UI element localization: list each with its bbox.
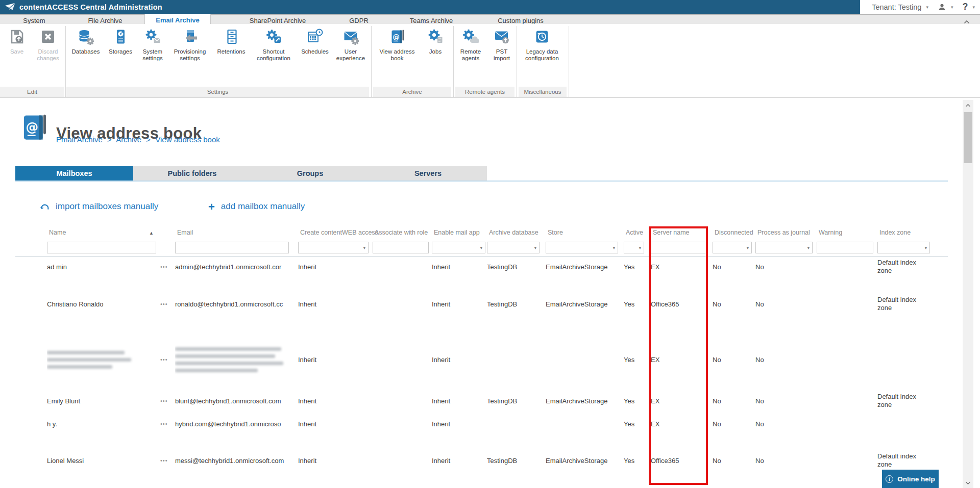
filter-select-process-as-journal[interactable]: ▾ xyxy=(755,242,813,253)
vertical-scrollbar[interactable] xyxy=(963,100,973,488)
breadcrumb-archive[interactable]: Archive xyxy=(116,135,141,144)
shortcut-configuration-icon xyxy=(265,29,282,47)
cell-enable-mail-app: Inherit xyxy=(432,451,485,470)
column-header-enable-mail-app[interactable]: Enable mail app xyxy=(434,229,480,236)
column-header-archive-database[interactable]: Archive database xyxy=(489,229,538,236)
scroll-down-arrow-icon[interactable] xyxy=(963,478,973,488)
chevron-down-icon: ▾ xyxy=(951,5,953,10)
legacy-data-configuration-icon xyxy=(534,29,550,47)
tenant-selector[interactable]: Tenant: Testing ▾ xyxy=(872,3,928,11)
filter-select-active[interactable]: ▾ xyxy=(624,242,644,253)
filter-select-index-zone[interactable]: ▾ xyxy=(877,242,930,253)
column-header-process-as-journal[interactable]: Process as journal xyxy=(757,229,810,236)
tab-mailboxes[interactable]: Mailboxes xyxy=(15,166,133,181)
retentions-icon xyxy=(223,29,239,47)
ribbon-button-storages[interactable]: Storages xyxy=(106,29,135,55)
filter-input-name[interactable] xyxy=(47,242,156,253)
cell-server-name: EX xyxy=(651,258,707,276)
cell-disconnected: No xyxy=(713,451,752,470)
ribbon-group-label-settings: Settings xyxy=(66,87,369,97)
user-menu-button[interactable]: ▾ xyxy=(938,3,953,11)
row-more-button[interactable]: ••• xyxy=(160,451,173,470)
filter-select-disconnected[interactable]: ▾ xyxy=(713,242,752,253)
filter-select-archive-database[interactable]: ▾ xyxy=(487,242,540,253)
save-icon xyxy=(9,29,25,47)
row-more-button[interactable]: ••• xyxy=(160,392,173,410)
filter-row-divider xyxy=(15,256,948,257)
breadcrumb-view-address-book[interactable]: View address book xyxy=(155,135,219,144)
title-bar: contentACCESS Central Administration Ten… xyxy=(0,0,980,14)
cell-name: Lionel Messi xyxy=(47,451,156,470)
ribbon-button-pst-import[interactable]: PST import xyxy=(488,29,516,62)
row-more-button[interactable]: ••• xyxy=(160,334,173,385)
tab-groups[interactable]: Groups xyxy=(251,166,369,181)
filter-input-associate-with-role[interactable] xyxy=(373,242,429,253)
column-header-email[interactable]: Email xyxy=(177,229,193,236)
tab-servers[interactable]: Servers xyxy=(369,166,487,181)
ribbon-button-retentions[interactable]: Retentions xyxy=(214,29,249,55)
column-header-create-contentweb-access[interactable]: Create contentWEB access xyxy=(300,229,378,236)
table-row: •••Christiano Ronaldoronaldo@techhybrid1… xyxy=(0,295,960,313)
filter-input-warning[interactable] xyxy=(817,242,873,253)
breadcrumb-email-archive[interactable]: Email Archive xyxy=(56,135,103,144)
cell-archive-database xyxy=(487,415,540,433)
cell-warning xyxy=(817,258,873,276)
ribbon-button-shortcut-configuration[interactable]: Shortcut configuration xyxy=(249,29,298,62)
ribbon-button-legacy-data-configuration[interactable]: Legacy data configuration xyxy=(518,29,566,62)
ribbon-button-system-settings[interactable]: System settings xyxy=(137,29,168,62)
cell-active: Yes xyxy=(624,392,644,410)
column-header-warning[interactable]: Warning xyxy=(819,229,842,236)
column-header-active[interactable]: Active xyxy=(626,229,643,236)
title-bar-brand-area: contentACCESS Central Administration xyxy=(0,0,860,14)
tab-public-folders[interactable]: Public folders xyxy=(133,166,251,181)
question-mark-icon: ? xyxy=(962,2,968,12)
ribbon-button-schedules[interactable]: Schedules xyxy=(298,29,332,55)
cell-server-name: Office365 xyxy=(651,451,707,470)
cell-process-as-journal: No xyxy=(755,451,813,470)
cell-create-contentweb-access: Inherit xyxy=(298,392,369,410)
scroll-up-arrow-icon[interactable] xyxy=(963,100,973,110)
cell-email: messi@techhybrid1.onmicrosoft.com xyxy=(175,451,289,470)
help-menu-button[interactable]: ? ▾ xyxy=(962,2,975,12)
ribbon-button-label: Discard changes xyxy=(32,48,64,62)
filter-select-create-contentweb-access[interactable]: ▾ xyxy=(298,242,369,253)
blurred-text-bar xyxy=(175,362,283,365)
dropdown-arrow-icon: ▾ xyxy=(747,245,751,250)
add-mailbox-manually-link[interactable]: + add mailbox manually xyxy=(208,201,305,212)
row-more-button[interactable]: ••• xyxy=(160,258,173,276)
dropdown-arrow-icon: ▾ xyxy=(480,245,485,250)
cell-process-as-journal: No xyxy=(755,295,813,313)
filter-input-email[interactable] xyxy=(175,242,289,253)
column-header-associate-with-role[interactable]: Associate with role xyxy=(375,229,428,236)
ribbon-button-view-address-book[interactable]: @View address book xyxy=(373,29,421,62)
column-header-store[interactable]: Store xyxy=(548,229,563,236)
ribbon-button-remote-agents[interactable]: Remote agents xyxy=(456,29,485,62)
scrollbar-thumb[interactable] xyxy=(964,112,972,163)
filter-select-enable-mail-app[interactable]: ▾ xyxy=(432,242,485,253)
ribbon-button-databases[interactable]: Databases xyxy=(68,29,104,55)
filter-input-server-name[interactable] xyxy=(651,242,707,253)
blurred-text-bar xyxy=(175,354,275,358)
column-header-name[interactable]: Name xyxy=(49,229,66,236)
user-experience-icon xyxy=(342,29,359,47)
schedules-icon xyxy=(307,29,323,47)
ribbon-button-jobs[interactable]: Jobs xyxy=(425,29,446,55)
ribbon-button-label: Provisioning settings xyxy=(169,48,211,62)
online-help-button[interactable]: i Online help xyxy=(882,470,939,488)
cell-process-as-journal: No xyxy=(755,392,813,410)
cell-server-name: EX xyxy=(651,392,707,410)
cell-store: EmailArchiveStorage xyxy=(546,392,618,410)
ribbon-button-provisioning-settings[interactable]: Provisioning settings xyxy=(169,29,211,62)
pst-import-icon xyxy=(494,29,510,47)
row-more-button[interactable]: ••• xyxy=(160,415,173,433)
contentaccess-logo-icon xyxy=(5,3,15,11)
column-header-index-zone[interactable]: Index zone xyxy=(879,229,911,236)
cell-active: Yes xyxy=(624,258,644,276)
column-header-disconnected[interactable]: Disconnected xyxy=(715,229,753,236)
cell-index-zone: Default index zone xyxy=(877,295,922,313)
ribbon-button-user-experience[interactable]: User experience xyxy=(331,29,371,62)
filter-select-store[interactable]: ▾ xyxy=(546,242,618,253)
column-header-server-name[interactable]: Server name xyxy=(653,229,690,236)
row-more-button[interactable]: ••• xyxy=(160,295,173,313)
import-mailboxes-manually-link[interactable]: import mailboxes manually xyxy=(40,201,158,212)
